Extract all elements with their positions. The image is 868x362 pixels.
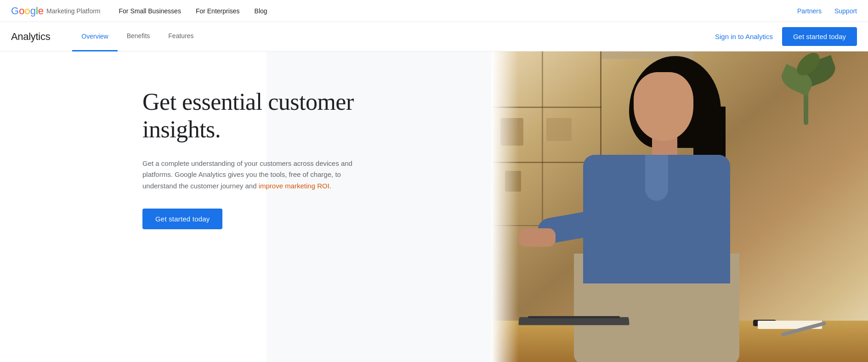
tab-benefits[interactable]: Benefits <box>118 22 159 51</box>
shelf-item-3 <box>546 118 572 141</box>
plant-area <box>767 51 850 125</box>
hero-content: Get essential customer insights. Get a c… <box>142 88 354 229</box>
analytics-brand: Analytics <box>11 31 50 43</box>
nav-link-enterprises[interactable]: For Enterprises <box>196 7 240 15</box>
hero-desc-link[interactable]: improve marketing ROI <box>259 182 329 190</box>
secondary-nav-right: Sign in to Analytics Get started today <box>715 27 857 46</box>
sign-in-link[interactable]: Sign in to Analytics <box>715 33 773 40</box>
hero-photo-area <box>491 51 868 362</box>
support-link[interactable]: Support <box>834 7 857 15</box>
secondary-nav-tabs: Overview Benefits Features <box>72 22 203 51</box>
top-nav-links: For Small Businesses For Enterprises Blo… <box>119 7 798 15</box>
top-navigation: Google Marketing Platform For Small Busi… <box>0 0 868 22</box>
nav-link-small-biz[interactable]: For Small Businesses <box>119 7 181 15</box>
google-logo: Google <box>11 6 44 16</box>
secondary-navigation: Analytics Overview Benefits Features Sig… <box>0 22 868 51</box>
hero-cta-button[interactable]: Get started today <box>142 209 222 229</box>
partners-link[interactable]: Partners <box>797 7 822 15</box>
laptop-screen-edge <box>528 316 620 318</box>
nav-link-blog[interactable]: Blog <box>255 7 267 15</box>
person-face <box>634 72 693 141</box>
hero-title: Get essential customer insights. <box>142 88 354 143</box>
tab-overview[interactable]: Overview <box>72 23 117 51</box>
platform-name: Marketing Platform <box>46 7 100 15</box>
shelf-v1 <box>542 51 543 226</box>
tab-features[interactable]: Features <box>159 22 203 51</box>
hero-section: Get essential customer insights. Get a c… <box>0 51 868 362</box>
person-hand <box>519 228 556 247</box>
photo-left-fade <box>491 51 519 362</box>
top-nav-right: Partners Support <box>797 7 857 15</box>
jacket-center <box>645 155 668 201</box>
get-started-button[interactable]: Get started today <box>782 27 857 46</box>
hero-description: Get a complete understanding of your cus… <box>142 158 354 192</box>
logo-area: Google Marketing Platform <box>11 6 101 16</box>
hero-desc-end: . <box>329 182 331 190</box>
